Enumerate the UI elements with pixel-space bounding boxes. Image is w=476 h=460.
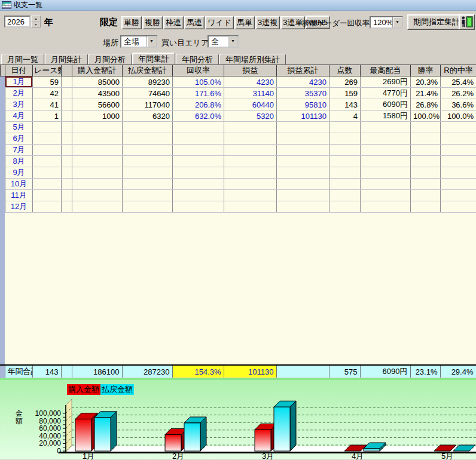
cell-r_hit_rate[interactable] — [441, 133, 476, 145]
cell-points[interactable]: 269 — [329, 76, 361, 88]
cell-points[interactable]: 159 — [329, 88, 361, 99]
cell-win_rate[interactable]: 20.3% — [411, 76, 441, 88]
cell-recovery[interactable] — [173, 145, 224, 156]
cell-profit[interactable] — [224, 122, 277, 133]
cell-r_hit_rate[interactable] — [441, 201, 476, 213]
cell-win_rate[interactable] — [411, 122, 441, 133]
cell-purchase[interactable] — [72, 122, 123, 133]
grid-row-8月[interactable]: 8月 — [1, 156, 476, 167]
cell-races[interactable]: 41 — [33, 99, 62, 111]
cell-blank[interactable] — [62, 179, 72, 190]
cell-profit[interactable] — [224, 145, 277, 156]
cell-blank[interactable] — [62, 76, 72, 88]
cell-purchase[interactable] — [72, 167, 123, 179]
tab-月間分析[interactable]: 月間分析 — [89, 54, 132, 65]
cell-purchase[interactable] — [72, 179, 123, 190]
cell-r_hit_rate[interactable] — [441, 156, 476, 167]
cell-max_payout[interactable] — [361, 133, 411, 145]
cell-r_hit_rate[interactable] — [441, 179, 476, 190]
cell-recovery[interactable] — [173, 201, 224, 213]
cell-win_rate[interactable]: 26.8% — [411, 99, 441, 111]
cell-r_hit_rate[interactable] — [441, 145, 476, 156]
tab-年間分析[interactable]: 年間分析 — [176, 54, 219, 65]
cell-win_rate[interactable]: 100.0% — [411, 111, 441, 122]
cell-profit_cum[interactable] — [277, 156, 329, 167]
cell-r_hit_rate[interactable] — [441, 190, 476, 201]
tab-年間集計[interactable]: 年間集計 — [132, 53, 175, 65]
cell-profit[interactable] — [224, 156, 277, 167]
cell-races[interactable]: 42 — [33, 88, 62, 99]
cell-payout[interactable]: 117040 — [123, 99, 173, 111]
tab-月間一覧[interactable]: 月間一覧 — [1, 54, 44, 65]
cell-payout[interactable] — [123, 201, 173, 213]
cell-date[interactable]: 5月 — [5, 122, 33, 133]
cell-profit_cum[interactable]: 95810 — [277, 99, 329, 111]
cell-profit_cum[interactable] — [277, 133, 329, 145]
grid-row-5月[interactable]: 5月 — [1, 122, 476, 133]
cell-recovery[interactable]: 206.8% — [173, 99, 224, 111]
grid-row-12月[interactable]: 12月 — [1, 201, 476, 213]
cell-date[interactable]: 12月 — [5, 201, 33, 213]
cell-max_payout[interactable] — [361, 190, 411, 201]
cell-blank[interactable] — [62, 88, 72, 99]
cell-purchase[interactable]: 56600 — [72, 99, 123, 111]
cell-payout[interactable] — [123, 167, 173, 179]
cell-recovery[interactable] — [173, 179, 224, 190]
period-aggregate-button[interactable]: 期間指定集計 — [407, 14, 466, 30]
cell-races[interactable] — [33, 167, 62, 179]
cell-win_rate[interactable] — [411, 167, 441, 179]
cell-payout[interactable]: 89230 — [123, 76, 173, 88]
cell-profit_cum[interactable] — [277, 201, 329, 213]
cell-blank[interactable] — [62, 99, 72, 111]
cell-profit[interactable]: 60440 — [224, 99, 277, 111]
cell-purchase[interactable] — [72, 201, 123, 213]
exit-button[interactable] — [459, 14, 475, 30]
bet-type-button-2[interactable]: 複勝 — [142, 16, 163, 29]
cell-blank[interactable] — [62, 190, 72, 201]
grid-row-2月[interactable]: 2月424350074640171.6%31140353701594770円21… — [1, 88, 476, 99]
cell-profit[interactable] — [224, 167, 277, 179]
chevron-down-icon[interactable]: ▼ — [147, 36, 156, 47]
cell-points[interactable] — [329, 190, 361, 201]
cell-points[interactable] — [329, 133, 361, 145]
cell-profit[interactable]: 5320 — [224, 111, 277, 122]
cell-blank[interactable] — [62, 167, 72, 179]
cell-payout[interactable] — [123, 122, 173, 133]
cell-races[interactable]: 59 — [33, 76, 62, 88]
cell-date[interactable]: 8月 — [5, 156, 33, 167]
grid-row-9月[interactable]: 9月 — [1, 167, 476, 179]
cell-blank[interactable] — [62, 111, 72, 122]
cell-profit_cum[interactable]: 35370 — [277, 88, 329, 99]
cell-profit[interactable] — [224, 133, 277, 145]
border-recovery-select[interactable]: 120% ▼ — [370, 16, 403, 29]
grid-row-4月[interactable]: 4月110006320632.0%532010113041580円100.0%1… — [1, 111, 476, 122]
cell-profit[interactable] — [224, 179, 277, 190]
cell-date[interactable]: 9月 — [5, 167, 33, 179]
tab-年間場所別集計[interactable]: 年間場所別集計 — [219, 54, 286, 65]
cell-recovery[interactable] — [173, 122, 224, 133]
cell-date[interactable]: 4月 — [5, 111, 33, 122]
bet-type-button-3[interactable]: 枠連 — [163, 16, 184, 29]
cell-points[interactable] — [329, 122, 361, 133]
cell-profit_cum[interactable] — [277, 145, 329, 156]
cell-win_rate[interactable] — [411, 145, 441, 156]
cell-races[interactable]: 1 — [33, 111, 62, 122]
year-spin-down-icon[interactable]: ▼ — [31, 22, 41, 27]
cell-purchase[interactable]: 1000 — [72, 111, 123, 122]
cell-win_rate[interactable]: 21.4% — [411, 88, 441, 99]
cell-profit[interactable] — [224, 190, 277, 201]
cell-payout[interactable] — [123, 190, 173, 201]
cell-points[interactable] — [329, 156, 361, 167]
cell-r_hit_rate[interactable] — [441, 167, 476, 179]
cell-payout[interactable]: 74640 — [123, 88, 173, 99]
cell-profit_cum[interactable]: 101130 — [277, 111, 329, 122]
grid-row-10月[interactable]: 10月 — [1, 179, 476, 190]
year-spin-up-icon[interactable]: ▲ — [31, 16, 41, 22]
bet-type-button-4[interactable]: 馬連 — [184, 16, 205, 29]
cell-races[interactable] — [33, 190, 62, 201]
grid-row-3月[interactable]: 3月4156600117040206.8%60440958101436090円2… — [1, 99, 476, 111]
cell-races[interactable] — [33, 156, 62, 167]
place-select[interactable]: 全場 ▼ — [120, 35, 157, 48]
cell-profit_cum[interactable] — [277, 167, 329, 179]
cell-points[interactable] — [329, 145, 361, 156]
